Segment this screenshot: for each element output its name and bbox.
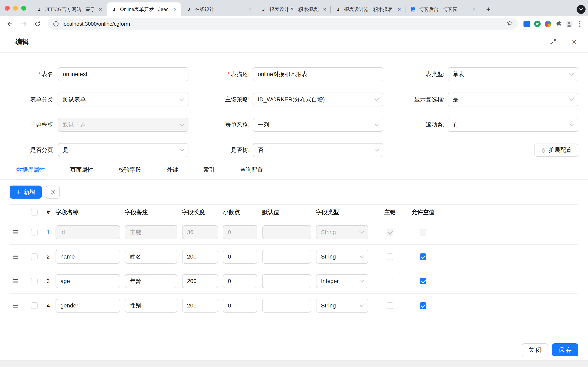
extension-colorful-icon[interactable] [544, 20, 552, 28]
tab-close-icon[interactable]: × [172, 6, 178, 13]
extension-green-icon[interactable] [533, 20, 541, 28]
drag-handle-icon[interactable] [10, 230, 26, 235]
table-name-input[interactable] [58, 67, 189, 81]
browser-tab-jeecg-site[interactable]: J JEECG官方网站 - 基于BP × [32, 2, 107, 16]
tab-search-button[interactable] [577, 5, 586, 14]
field-comment-input[interactable] [125, 250, 177, 264]
browser-tab-report-designer-1[interactable]: J 报表设计器 - 积木报表, 免 × [256, 2, 331, 16]
tab-close-icon[interactable]: × [396, 6, 403, 13]
tab-close-icon[interactable]: × [97, 6, 104, 13]
field-decimal-input[interactable] [223, 250, 257, 264]
window-minimize-button[interactable] [13, 6, 18, 11]
form-field-pagination: 是否分页: 是 [10, 143, 189, 157]
fullscreen-button[interactable] [550, 39, 556, 45]
field-name-input[interactable] [56, 250, 120, 264]
row-checkbox[interactable] [31, 229, 38, 235]
browser-tab-blog-admin[interactable]: 博 博客后台 - 博客园 × [406, 2, 480, 16]
back-button[interactable] [4, 18, 16, 30]
field-decimal-input[interactable] [223, 274, 257, 288]
pk-strategy-select[interactable]: ID_WORKER(分布式自增) [253, 92, 383, 106]
form-category-select[interactable]: 测试表单 [58, 92, 189, 106]
browser-menu-button[interactable] [576, 20, 584, 28]
nullable-checkbox[interactable] [420, 302, 426, 309]
pk-checkbox[interactable] [387, 302, 393, 309]
tab-query-config[interactable]: 查询配置 [239, 161, 264, 179]
browser-navbar: localhost:3000/online/cgform ↓ [0, 16, 588, 31]
field-type-select[interactable]: String [316, 250, 368, 264]
table-type-select[interactable]: 单表 [448, 67, 578, 81]
close-button[interactable]: 关 闭 [522, 343, 548, 356]
row-checkbox[interactable] [31, 278, 38, 284]
drawer-close-button[interactable]: × [572, 38, 577, 46]
tab-validation-fields[interactable]: 校验字段 [118, 161, 142, 179]
field-default-input[interactable] [262, 274, 311, 288]
select-value: 是 [453, 96, 570, 103]
field-row-gender: 4 String [10, 294, 578, 318]
pk-checkbox[interactable] [387, 278, 393, 284]
tab-close-icon[interactable]: × [471, 6, 477, 13]
forward-button[interactable] [18, 18, 29, 30]
field-default-input[interactable] [262, 299, 311, 313]
chevron-down-icon [570, 96, 574, 101]
field-decimal-input[interactable] [223, 299, 257, 313]
field-comment-input[interactable] [125, 274, 177, 288]
nullable-checkbox[interactable] [420, 278, 426, 284]
field-default-input[interactable] [262, 250, 311, 264]
select-all-checkbox[interactable] [31, 209, 38, 216]
field-type-select[interactable]: Integer [316, 274, 368, 288]
drag-handle-icon[interactable] [10, 303, 26, 308]
nullable-checkbox[interactable] [420, 253, 426, 260]
field-type-select[interactable]: String [316, 299, 368, 313]
browser-tab-online-design[interactable]: J 在线设计 × [181, 2, 256, 16]
form-field-form-style: 表单风格: 一列 [205, 118, 383, 132]
save-button[interactable]: 保 存 [552, 343, 578, 356]
table-desc-input[interactable] [253, 67, 383, 81]
reload-button[interactable] [32, 18, 43, 30]
add-field-button[interactable]: 新增 [10, 185, 42, 199]
field-length-input[interactable] [182, 250, 218, 264]
drag-handle-icon[interactable] [10, 254, 26, 259]
extension-downloader-icon[interactable]: ↓ [523, 20, 531, 28]
chevron-down-icon [180, 122, 184, 126]
window-close-button[interactable] [5, 6, 10, 11]
column-settings-button[interactable] [46, 185, 60, 199]
field-name-input[interactable] [56, 274, 120, 288]
field-name-input[interactable] [56, 299, 120, 313]
row-checkbox[interactable] [31, 253, 38, 260]
scrollbar-select[interactable]: 有 [448, 118, 578, 132]
extend-config-button[interactable]: 扩展配置 [534, 143, 578, 157]
show-checkbox-select[interactable]: 是 [448, 92, 578, 106]
extensions-puzzle-icon[interactable] [554, 20, 563, 28]
tab-close-icon[interactable]: × [321, 6, 328, 13]
tab-favicon: J [111, 6, 117, 13]
field-length-input[interactable] [182, 274, 218, 288]
field-row-name: 2 String [10, 245, 578, 269]
is-tree-select[interactable]: 否 [253, 143, 383, 157]
required-asterisk: * [38, 71, 40, 77]
window-controls [0, 0, 32, 16]
tab-foreign-keys[interactable]: 外键 [166, 161, 179, 179]
pagination-select[interactable]: 是 [58, 143, 189, 157]
field-length-input[interactable] [182, 299, 218, 313]
drag-handle-icon[interactable] [10, 279, 26, 284]
row-checkbox[interactable] [31, 302, 38, 309]
address-bar[interactable]: localhost:3000/online/cgform [48, 18, 518, 30]
new-tab-button[interactable]: + [483, 4, 494, 15]
pk-checkbox[interactable] [387, 253, 393, 260]
bookmark-button[interactable] [507, 20, 513, 28]
tab-close-icon[interactable]: × [247, 6, 253, 13]
col-header-decimal: 小数点 [223, 208, 262, 216]
site-info-icon[interactable] [53, 21, 59, 27]
profile-avatar[interactable] [565, 20, 573, 28]
window-zoom-button[interactable] [21, 6, 26, 11]
url-text[interactable]: localhost:3000/online/cgform [62, 21, 130, 27]
tab-indexes[interactable]: 索引 [203, 161, 216, 179]
field-comment-input [125, 225, 177, 239]
form-style-select[interactable]: 一列 [253, 118, 383, 132]
tab-database-properties[interactable]: 数据库属性 [16, 161, 46, 179]
browser-tab-online-form-dev[interactable]: J Online表单开发 · Jeecg- × [107, 2, 181, 16]
tab-page-properties[interactable]: 页面属性 [69, 161, 94, 179]
field-comment-input[interactable] [125, 299, 177, 313]
browser-tab-report-designer-2[interactable]: J 报表设计器 - 积木报表, 免 × [331, 2, 406, 16]
field-default-input [262, 225, 311, 239]
